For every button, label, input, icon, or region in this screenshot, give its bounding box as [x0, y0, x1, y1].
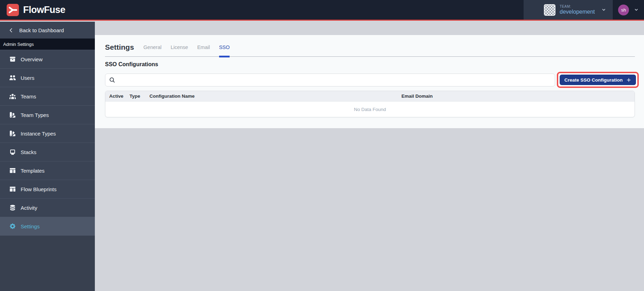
sidebar-item-overview[interactable]: Overview	[0, 50, 95, 68]
plus-icon	[626, 77, 631, 83]
section-title: SSO Configurations	[105, 61, 635, 68]
search-box	[105, 74, 555, 86]
database-icon	[9, 204, 16, 211]
brand-name: FlowFuse	[23, 5, 65, 15]
sidebar-item-label: Users	[21, 75, 34, 81]
sidebar-item-label: Settings	[21, 223, 40, 229]
sso-configurations-table: Active Type Configuration Name Email Dom…	[105, 91, 635, 117]
topbar-right-section: TEAM: developement sh	[524, 0, 644, 20]
table-empty-row: No Data Found	[105, 102, 635, 117]
sidebar-item-label: Stacks	[21, 149, 36, 155]
sidebar-item-flow-blueprints[interactable]: Flow Blueprints	[0, 180, 95, 198]
page-title: Settings	[105, 43, 134, 51]
no-data-found-text: No Data Found	[354, 107, 386, 112]
team-text: TEAM: developement	[560, 5, 595, 15]
color-swatch-icon	[9, 130, 16, 137]
tab-email[interactable]: Email	[197, 38, 210, 56]
sidebar-item-team-types[interactable]: Team Types	[0, 105, 95, 124]
sidebar-filler	[0, 235, 95, 291]
main-content: Settings General License Email SSO SSO C…	[95, 22, 644, 291]
team-label: TEAM:	[560, 5, 595, 9]
admin-settings-section-label: Admin Settings	[0, 39, 95, 50]
back-to-dashboard-label: Back to Dashboard	[19, 27, 64, 33]
team-name: developement	[560, 9, 595, 15]
archive-icon	[9, 56, 16, 63]
flowfuse-logo-icon	[7, 4, 19, 16]
sso-toolbar: Create SSO Configuration	[105, 72, 635, 88]
top-navigation-bar: FlowFuse TEAM: developement sh	[0, 0, 644, 21]
desktop-computer-icon	[9, 148, 16, 155]
sidebar-item-teams[interactable]: Teams	[0, 87, 95, 105]
user-avatar: sh	[618, 5, 629, 15]
user-group-icon	[9, 93, 16, 100]
column-header-type: Type	[126, 93, 146, 99]
create-sso-configuration-button[interactable]: Create SSO Configuration	[560, 75, 636, 85]
sidebar-item-templates[interactable]: Templates	[0, 161, 95, 180]
create-sso-configuration-label: Create SSO Configuration	[564, 77, 623, 83]
chevron-down-icon	[601, 7, 607, 13]
sidebar-item-stacks[interactable]: Stacks	[0, 143, 95, 161]
sidebar-item-settings[interactable]: Settings	[0, 217, 95, 235]
user-menu[interactable]: sh	[613, 0, 644, 20]
admin-sidebar: Back to Dashboard Admin Settings Overvie…	[0, 22, 95, 291]
chevron-down-icon	[634, 7, 639, 13]
table-header-row: Active Type Configuration Name Email Dom…	[105, 91, 635, 102]
column-header-configuration-name: Configuration Name	[146, 93, 398, 99]
sidebar-item-label: Activity	[21, 205, 37, 211]
sidebar-item-users[interactable]: Users	[0, 68, 95, 87]
annotation-highlight-box: Create SSO Configuration	[557, 72, 639, 88]
chevron-left-icon	[8, 27, 14, 33]
sidebar-item-label: Teams	[21, 93, 36, 99]
tab-general[interactable]: General	[144, 38, 162, 56]
cog-icon	[9, 223, 16, 230]
flowfuse-logo[interactable]: FlowFuse	[0, 4, 65, 16]
search-input[interactable]	[105, 74, 555, 86]
column-header-email-domain: Email Domain	[398, 93, 635, 99]
search-icon	[109, 77, 115, 83]
team-avatar-identicon	[544, 4, 555, 16]
tab-sso[interactable]: SSO	[219, 38, 230, 56]
column-header-active: Active	[105, 93, 126, 99]
color-swatch-icon	[9, 111, 16, 118]
template-icon	[9, 167, 16, 174]
settings-tabs: General License Email SSO	[144, 38, 239, 56]
back-to-dashboard[interactable]: Back to Dashboard	[0, 22, 95, 39]
sidebar-item-label: Instance Types	[21, 131, 56, 137]
sidebar-item-instance-types[interactable]: Instance Types	[0, 124, 95, 143]
team-selector[interactable]: TEAM: developement	[524, 0, 613, 20]
sidebar-item-label: Team Types	[21, 112, 49, 118]
settings-panel: Settings General License Email SSO SSO C…	[95, 35, 644, 128]
settings-header-row: Settings General License Email SSO	[105, 38, 635, 57]
users-icon	[9, 74, 16, 81]
sidebar-item-label: Overview	[21, 56, 43, 62]
tab-license[interactable]: License	[170, 38, 188, 56]
template-icon	[9, 186, 16, 193]
sidebar-item-activity[interactable]: Activity	[0, 198, 95, 217]
sidebar-item-label: Flow Blueprints	[21, 186, 57, 192]
sidebar-item-label: Templates	[21, 168, 44, 174]
